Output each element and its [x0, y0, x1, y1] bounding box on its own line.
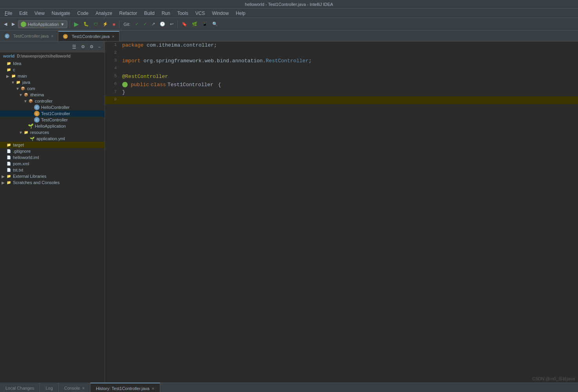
- file-icon: 📄: [6, 155, 11, 160]
- sidebar-label: itheima: [30, 92, 44, 97]
- sidebar-item-ext-libs[interactable]: ▶ 📁 External Libraries: [0, 173, 105, 179]
- tab-testcontroller[interactable]: C TestController.java ×: [0, 31, 58, 41]
- sidebar-item-hello-controller[interactable]: C HelloController: [0, 104, 105, 110]
- sidebar-label: resources: [30, 130, 49, 135]
- sidebar-label: HelloApplication: [35, 124, 66, 128]
- sidebar-label: pom.xml: [13, 161, 29, 166]
- stop-button[interactable]: ■: [111, 21, 117, 27]
- sidebar-item-main[interactable]: ▶ 📁 main: [0, 73, 105, 79]
- back-button[interactable]: ◀: [2, 21, 9, 27]
- branch-button[interactable]: 🌿: [190, 21, 199, 27]
- sidebar-item-test1controller[interactable]: C Test1Controller: [0, 110, 105, 117]
- folder-icon: 📁: [6, 180, 11, 185]
- sidebar-label: .gitignore: [13, 149, 31, 154]
- tab-console-close[interactable]: ×: [82, 386, 85, 390]
- xml-icon: 📄: [6, 161, 11, 166]
- sidebar-label: External Libraries: [13, 174, 47, 179]
- java-blue-icon: C: [34, 117, 40, 123]
- sidebar-item-tst-txt[interactable]: 📄 tst.txt: [0, 167, 105, 173]
- sidebar-item-pom[interactable]: 📄 pom.xml: [0, 161, 105, 167]
- tab-bar: C TestController.java × C Test1Controlle…: [0, 31, 578, 42]
- sidebar-item-gitignore[interactable]: 📄 .gitignore: [0, 148, 105, 154]
- sidebar-item-resources[interactable]: ▼ 📁 resources: [0, 129, 105, 135]
- code-area[interactable]: 1 package com.itheima.controller; 2 3 im…: [105, 42, 578, 383]
- package-icon: 📦: [28, 98, 33, 104]
- folder-icon: 📁: [6, 173, 11, 179]
- sidebar-minus-btn[interactable]: −: [97, 44, 102, 50]
- tab-test1controller[interactable]: C Test1Controller.java ×: [58, 31, 119, 41]
- toolbar: ◀ ▶ HelloApplication ▼ ▶ 🐛 🛡 ⚡ ■ Git: ✓ …: [0, 18, 578, 31]
- sidebar-label: target: [13, 143, 24, 147]
- code-line-8: 8: [105, 96, 578, 104]
- menu-help[interactable]: Help: [233, 10, 249, 17]
- search-button[interactable]: 🔍: [211, 21, 219, 27]
- sidebar-label: main: [18, 74, 27, 78]
- git-check1[interactable]: ✓: [134, 21, 140, 27]
- git-sync[interactable]: ↗: [150, 21, 157, 27]
- sidebar-toolbar: ☰ ⚙ ⚙ −: [0, 42, 105, 52]
- profile-button[interactable]: ⚡: [101, 21, 110, 27]
- tab-close-1[interactable]: ×: [112, 34, 114, 39]
- tab-local-changes[interactable]: Local Changes: [0, 383, 40, 392]
- sidebar-label: java: [22, 80, 30, 85]
- app-dropdown[interactable]: HelloApplication ▼: [18, 20, 67, 28]
- git-undo[interactable]: ↩: [168, 21, 175, 27]
- menu-file[interactable]: File: [2, 10, 15, 17]
- menu-run[interactable]: Run: [159, 10, 173, 17]
- sidebar-item-com[interactable]: ▼ 📦 com: [0, 85, 105, 92]
- menu-view[interactable]: View: [31, 10, 48, 17]
- yaml-icon: 🌱: [29, 136, 35, 141]
- editor: 1 package com.itheima.controller; 2 3 im…: [105, 42, 578, 383]
- run-button[interactable]: ▶: [72, 20, 80, 29]
- bookmark-button[interactable]: 🔖: [180, 21, 189, 27]
- git-history[interactable]: 🕐: [158, 21, 167, 27]
- sidebar-gear-btn[interactable]: ⚙: [88, 43, 95, 50]
- text-icon: 📄: [6, 167, 11, 173]
- sidebar-item-hello-app[interactable]: 🌱 HelloApplication: [0, 123, 105, 129]
- menu-edit[interactable]: Edit: [16, 10, 31, 17]
- tab-console[interactable]: Console ×: [59, 383, 90, 392]
- menu-analyze[interactable]: Analyze: [92, 10, 116, 17]
- java-blue-icon: C: [34, 105, 40, 110]
- menu-window[interactable]: Window: [209, 10, 232, 17]
- code-line-3: 3 import org.springframework.web.bind.an…: [105, 57, 578, 65]
- menu-navigate[interactable]: Navigate: [49, 10, 73, 17]
- sidebar-item-target[interactable]: 📁 target: [0, 142, 105, 148]
- sidebar-item-java[interactable]: ▼ 📁 java: [0, 79, 105, 85]
- sidebar-item-c[interactable]: 📁 c: [0, 67, 105, 73]
- sidebar-settings-btn[interactable]: ⚙: [79, 43, 87, 50]
- app-icon: [21, 22, 26, 27]
- tab-label-0: TestController.java: [13, 34, 49, 38]
- tab-history-close[interactable]: ×: [152, 387, 154, 391]
- folder-icon: 📁: [23, 130, 29, 135]
- git-label: Git:: [122, 21, 132, 27]
- sidebar-label: tst.txt: [13, 168, 23, 172]
- tab-log[interactable]: Log: [40, 383, 58, 392]
- project-name: world: [3, 54, 14, 58]
- menu-refactor[interactable]: Refactor: [116, 10, 140, 17]
- sidebar-label: Idea: [13, 61, 21, 66]
- menu-code[interactable]: Code: [74, 10, 92, 17]
- tab-close-0[interactable]: ×: [51, 34, 54, 38]
- folder-icon: 📁: [6, 142, 11, 148]
- sidebar-scope-btn[interactable]: ☰: [70, 43, 78, 51]
- terminal-button[interactable]: 📱: [200, 21, 209, 27]
- sidebar-item-itheima[interactable]: ▼ 📦 itheima: [0, 92, 105, 98]
- menu-build[interactable]: Build: [141, 10, 158, 17]
- sidebar-label: Scratches and Consoles: [13, 180, 60, 185]
- coverage-button[interactable]: 🛡: [92, 21, 99, 27]
- sidebar-item-helloworld-iml[interactable]: 📄 helloworld.iml: [0, 154, 105, 161]
- debug-button[interactable]: 🐛: [82, 21, 90, 27]
- sidebar-item-idea[interactable]: 📁 Idea: [0, 60, 105, 67]
- tab-history[interactable]: History: Test1Controller.java ×: [90, 383, 160, 392]
- sidebar-item-controller[interactable]: ▼ 📦 controller: [0, 98, 105, 104]
- forward-button[interactable]: ▶: [10, 21, 16, 27]
- tab-console-label: Console: [64, 386, 80, 390]
- sidebar-item-app-yml[interactable]: 🌱 application.yml: [0, 135, 105, 142]
- dropdown-arrow: ▼: [60, 22, 65, 27]
- menu-tools[interactable]: Tools: [174, 10, 191, 17]
- git-check2[interactable]: ✓: [142, 21, 148, 27]
- sidebar-item-testcontroller[interactable]: C TestController: [0, 117, 105, 123]
- menu-vcs[interactable]: VCS: [192, 10, 208, 17]
- sidebar-item-scratches[interactable]: ▶ 📁 Scratches and Consoles: [0, 179, 105, 186]
